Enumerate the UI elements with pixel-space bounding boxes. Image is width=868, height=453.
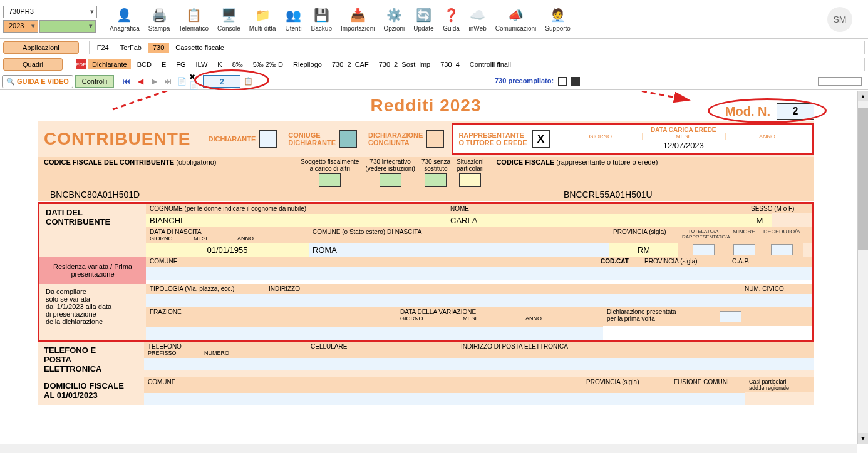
ribbon-stampa[interactable]: 🖨️Stampa bbox=[148, 6, 170, 32]
nav-buttons: ⏮ ◀ ▶ ⏭ 📄 ✖📄 📋 bbox=[120, 75, 254, 88]
gear-icon: ⚙️ bbox=[385, 6, 403, 24]
update-icon: 🔄 bbox=[415, 6, 432, 24]
help-icon: ❓ bbox=[443, 6, 460, 24]
nav-new-page[interactable]: 📄 bbox=[175, 75, 188, 88]
nav-prev[interactable]: ◀ bbox=[134, 75, 147, 88]
top-ribbon: 730PR3 2023 👤Anagrafica 🖨️Stampa 📋Telema… bbox=[0, 0, 868, 39]
ribbon-left: 730PR3 2023 bbox=[3, 6, 103, 33]
multiditta-icon: 📁 bbox=[254, 6, 271, 24]
console-icon: 🖥️ bbox=[220, 6, 237, 24]
subtab-k[interactable]: K bbox=[214, 59, 225, 69]
year-combo[interactable]: 2023 bbox=[3, 20, 38, 33]
button-tab-row: Applicazioni F24 TerFab 730 Cassetto fis… bbox=[0, 39, 868, 56]
subtab-dichiarante[interactable]: Dichiarante bbox=[88, 59, 131, 69]
subtab-fg[interactable]: FG bbox=[172, 59, 189, 69]
sub-button-row: Quadri PDF Dichiarante BCD E FG ILW K 8‰… bbox=[0, 56, 868, 73]
nav-first[interactable]: ⏮ bbox=[120, 75, 133, 88]
megaphone-icon: 📣 bbox=[507, 6, 525, 24]
nav-copy[interactable]: 📋 bbox=[242, 75, 254, 88]
subtab-ilw[interactable]: ILW bbox=[192, 59, 212, 69]
tab-cassetto[interactable]: Cassetto fiscale bbox=[170, 43, 229, 53]
nav-delete[interactable]: ✖📄 bbox=[189, 75, 202, 88]
nav-last[interactable]: ⏭ bbox=[162, 75, 174, 88]
precompilato-label: 730 precompilato: bbox=[495, 77, 580, 86]
support-icon: 🧑‍💼 bbox=[549, 6, 567, 24]
form-type-combo[interactable]: 730PR3 bbox=[3, 6, 97, 18]
user-avatar[interactable]: SM bbox=[827, 7, 852, 32]
zoom-slider[interactable] bbox=[818, 77, 862, 86]
subtab-sostimp[interactable]: 730_2_Sost_imp bbox=[375, 59, 435, 69]
subtab-riepilogo[interactable]: Riepilogo bbox=[289, 59, 326, 69]
subtab-8pm[interactable]: 8‰ bbox=[229, 59, 247, 69]
tab-f24[interactable]: F24 bbox=[92, 43, 114, 53]
page-toolbar: 🔍 GUIDA E VIDEO Controlli ⏮ ◀ ▶ ⏭ 📄 ✖📄 📋… bbox=[0, 73, 868, 90]
printer-icon: 🖨️ bbox=[150, 6, 168, 24]
tab-730[interactable]: 730 bbox=[148, 43, 169, 53]
ribbon-comunicazioni[interactable]: 📣Comunicazioni bbox=[495, 6, 537, 32]
tab-terfab[interactable]: TerFab bbox=[115, 43, 147, 53]
controlli-button[interactable]: Controlli bbox=[75, 75, 114, 88]
ribbon-importazioni[interactable]: 📥Importazioni bbox=[341, 6, 375, 32]
nav-next[interactable]: ▶ bbox=[148, 75, 160, 88]
main-tab-strip: F24 TerFab 730 Cassetto fiscale bbox=[89, 41, 865, 54]
subtab-5pm[interactable]: 5‰ 2‰ D bbox=[249, 59, 287, 69]
ribbon-multiditta[interactable]: 📁Multi ditta bbox=[249, 6, 276, 32]
ribbon-guida[interactable]: ❓Guida bbox=[443, 6, 460, 32]
client-combo[interactable] bbox=[39, 20, 96, 33]
precompilato-icon-2[interactable] bbox=[571, 77, 580, 86]
users-icon: 👥 bbox=[285, 6, 302, 24]
page-number-input[interactable] bbox=[203, 75, 240, 88]
ribbon-icons: 👤Anagrafica 🖨️Stampa 📋Telematico 🖥️Conso… bbox=[103, 6, 827, 32]
quadri-button[interactable]: Quadri bbox=[3, 58, 63, 71]
ribbon-supporto[interactable]: 🧑‍💼Supporto bbox=[545, 6, 571, 32]
sub-tab-strip: PDF Dichiarante BCD E FG ILW K 8‰ 5‰ 2‰ … bbox=[73, 58, 865, 71]
ribbon-utenti[interactable]: 👥Utenti bbox=[285, 6, 302, 32]
pdf-icon[interactable]: PDF bbox=[76, 59, 86, 69]
subtab-bcd[interactable]: BCD bbox=[133, 59, 155, 69]
guida-video-button[interactable]: 🔍 GUIDA E VIDEO bbox=[2, 75, 73, 88]
precompilato-text: 730 precompilato: bbox=[495, 77, 554, 84]
ribbon-opzioni[interactable]: ⚙️Opzioni bbox=[383, 6, 405, 32]
precompilato-icon-1[interactable] bbox=[558, 77, 567, 86]
ribbon-anagrafica[interactable]: 👤Anagrafica bbox=[110, 6, 140, 32]
subtab-e[interactable]: E bbox=[158, 59, 170, 69]
import-icon: 📥 bbox=[349, 6, 366, 24]
ribbon-inweb[interactable]: ☁️inWeb bbox=[469, 6, 487, 32]
backup-icon: 💾 bbox=[313, 6, 330, 24]
subtab-7304[interactable]: 730_4 bbox=[437, 59, 463, 69]
guida-video-label: GUIDA E VIDEO bbox=[17, 78, 69, 85]
subtab-caf[interactable]: 730_2_CAF bbox=[328, 59, 373, 69]
applicazioni-button[interactable]: Applicazioni bbox=[3, 41, 79, 54]
cloud-icon: ☁️ bbox=[469, 6, 487, 24]
subtab-controlli[interactable]: Controlli finali bbox=[466, 59, 515, 69]
ribbon-console[interactable]: 🖥️Console bbox=[217, 6, 240, 32]
telematico-icon: 📋 bbox=[185, 6, 202, 24]
ribbon-backup[interactable]: 💾Backup bbox=[311, 6, 332, 32]
ribbon-telematico[interactable]: 📋Telematico bbox=[178, 6, 209, 32]
anagrafica-icon: 👤 bbox=[116, 6, 133, 24]
ribbon-update[interactable]: 🔄Update bbox=[413, 6, 433, 32]
